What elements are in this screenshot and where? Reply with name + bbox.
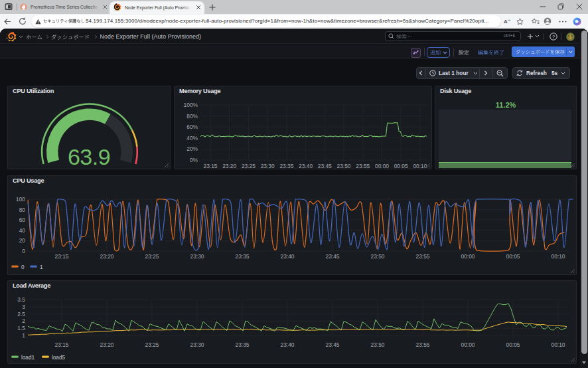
svg-text:23:20: 23:20 bbox=[100, 253, 114, 260]
svg-text:1: 1 bbox=[40, 264, 43, 270]
svg-text:1.5: 1.5 bbox=[17, 325, 25, 331]
svg-text:23:50: 23:50 bbox=[371, 253, 385, 260]
svg-text:60%: 60% bbox=[186, 124, 198, 130]
svg-text:00:10: 00:10 bbox=[551, 253, 565, 260]
svg-text:80%: 80% bbox=[186, 113, 198, 120]
svg-text:23:30: 23:30 bbox=[190, 253, 204, 260]
svg-text:23:50: 23:50 bbox=[337, 163, 351, 169]
svg-text:23:45: 23:45 bbox=[326, 341, 340, 348]
svg-text:23:40: 23:40 bbox=[299, 163, 313, 169]
svg-text:100: 100 bbox=[16, 196, 25, 203]
svg-text:23:35: 23:35 bbox=[279, 163, 293, 169]
svg-text:00:05: 00:05 bbox=[506, 253, 520, 260]
svg-text:23:40: 23:40 bbox=[281, 341, 295, 348]
svg-text:23:45: 23:45 bbox=[326, 253, 340, 260]
svg-text:00:10: 00:10 bbox=[551, 341, 565, 348]
svg-text:23:30: 23:30 bbox=[261, 163, 275, 169]
svg-text:23:20: 23:20 bbox=[222, 163, 236, 169]
svg-text:3: 3 bbox=[22, 304, 25, 310]
svg-text:23:55: 23:55 bbox=[416, 253, 430, 260]
svg-text:00:00: 00:00 bbox=[461, 253, 475, 260]
svg-text:23:25: 23:25 bbox=[145, 341, 159, 348]
svg-text:23:30: 23:30 bbox=[190, 341, 204, 348]
svg-text:00:00: 00:00 bbox=[375, 163, 389, 169]
svg-text:23:15: 23:15 bbox=[55, 341, 69, 348]
svg-text:20%: 20% bbox=[186, 145, 198, 152]
svg-text:00:05: 00:05 bbox=[394, 163, 408, 169]
svg-text:40: 40 bbox=[19, 227, 26, 234]
svg-text:00:00: 00:00 bbox=[461, 341, 475, 348]
svg-text:23:25: 23:25 bbox=[242, 163, 256, 169]
svg-text:23:25: 23:25 bbox=[145, 253, 159, 260]
svg-text:load1: load1 bbox=[21, 355, 35, 361]
svg-text:0: 0 bbox=[22, 248, 25, 254]
svg-text:23:15: 23:15 bbox=[55, 253, 69, 260]
svg-text:23:55: 23:55 bbox=[416, 341, 430, 348]
svg-text:20: 20 bbox=[19, 237, 26, 244]
svg-text:2.5: 2.5 bbox=[17, 311, 25, 318]
svg-text:23:50: 23:50 bbox=[371, 341, 385, 348]
svg-text:23:15: 23:15 bbox=[204, 163, 218, 169]
svg-text:0%: 0% bbox=[190, 157, 198, 163]
svg-text:2: 2 bbox=[22, 318, 25, 324]
svg-text:23:55: 23:55 bbox=[356, 163, 370, 169]
svg-text:23:35: 23:35 bbox=[236, 253, 250, 260]
svg-text:23:40: 23:40 bbox=[281, 253, 295, 260]
svg-text:0: 0 bbox=[21, 264, 25, 270]
svg-text:3.5: 3.5 bbox=[17, 296, 25, 303]
svg-text:60: 60 bbox=[19, 217, 26, 223]
svg-text:00:05: 00:05 bbox=[506, 341, 520, 348]
svg-text:load5: load5 bbox=[52, 355, 65, 361]
svg-text:23:35: 23:35 bbox=[236, 341, 250, 348]
svg-text:100%: 100% bbox=[184, 102, 198, 108]
svg-text:40%: 40% bbox=[186, 135, 198, 141]
svg-text:?: ? bbox=[552, 34, 555, 40]
svg-text:80: 80 bbox=[19, 207, 26, 213]
svg-text:1: 1 bbox=[22, 332, 25, 339]
svg-text:23:45: 23:45 bbox=[318, 163, 332, 169]
svg-text:23:20: 23:20 bbox=[100, 341, 114, 348]
